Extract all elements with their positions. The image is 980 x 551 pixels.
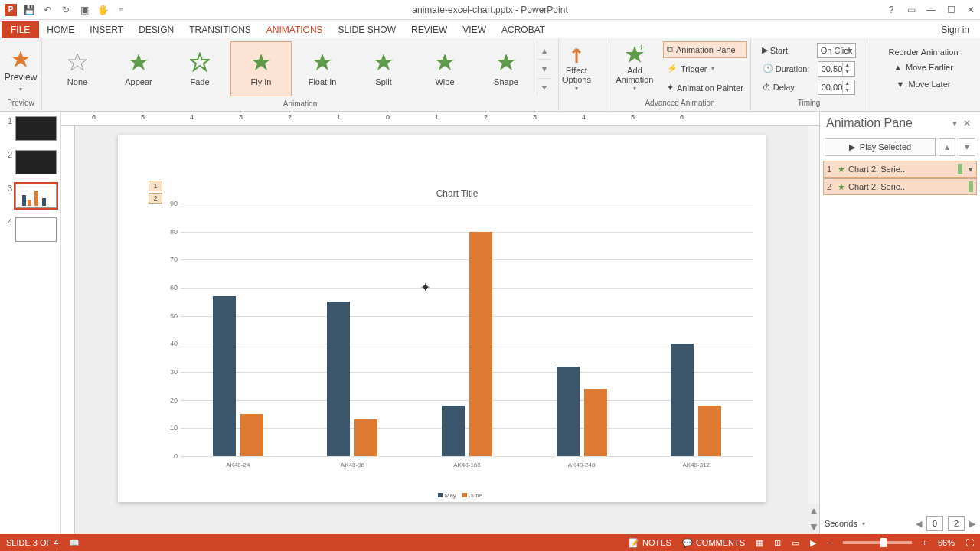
help-icon[interactable]: ? [885, 4, 897, 16]
sorter-view-icon[interactable]: ⊞ [774, 538, 781, 548]
maximize-icon[interactable]: ☐ [945, 4, 957, 16]
add-animation-label: Add Animation [616, 66, 654, 84]
tab-insert[interactable]: INSERT [82, 21, 131, 38]
normal-view-icon[interactable]: ▦ [756, 538, 763, 548]
redo-icon[interactable]: ↻ [60, 4, 72, 16]
zoom-slider[interactable] [843, 541, 912, 544]
move-later-button[interactable]: ▼Move Later [897, 77, 951, 92]
chart-bar[interactable] [671, 344, 694, 456]
slide-thumb-2[interactable] [15, 150, 57, 174]
play-selected-button[interactable]: ▶Play Selected [825, 138, 936, 156]
preview-button[interactable]: Preview ▾ [0, 44, 41, 93]
save-icon[interactable]: 💾 [23, 4, 35, 16]
gallery-down-icon[interactable]: ▾ [537, 60, 550, 78]
ribbon-display-icon[interactable]: ▭ [905, 4, 917, 16]
chart-bar[interactable] [469, 232, 492, 456]
prev-slide-icon[interactable]: ⯅ [808, 504, 819, 519]
touch-mode-icon[interactable]: 🖐 [96, 4, 109, 16]
spin-up-icon[interactable]: ▲ [842, 80, 851, 87]
chevron-down-icon[interactable]: ▾ [862, 520, 865, 527]
pane-close-icon[interactable]: ✕ [960, 118, 974, 129]
entrance-star-icon: ★ [838, 165, 845, 174]
add-animation-button[interactable]: + Add Animation ▾ [609, 40, 660, 97]
animation-list-item[interactable]: 1★Chart 2: Serie...▾ [823, 161, 977, 178]
minimize-icon[interactable]: — [925, 4, 937, 16]
chart-bar[interactable] [354, 419, 377, 456]
spin-up-icon[interactable]: ▲ [842, 62, 851, 69]
zoom-out-icon[interactable]: − [827, 538, 831, 547]
next-slide-icon[interactable]: ⯆ [808, 519, 819, 534]
pane-options-icon[interactable]: ▾ [949, 118, 960, 129]
slide-thumb-4[interactable] [15, 217, 57, 242]
delay-spinner[interactable]: 00.00▲▼ [818, 80, 856, 95]
tab-file[interactable]: FILE [2, 21, 39, 38]
tab-design[interactable]: DESIGN [131, 21, 181, 38]
tab-animations[interactable]: ANIMATIONS [259, 21, 331, 38]
animation-wipe[interactable]: Wipe [414, 41, 475, 96]
chart-bar[interactable] [698, 406, 721, 456]
chart-bar[interactable] [557, 367, 580, 456]
move-up-button[interactable]: ▴ [939, 138, 956, 156]
tab-home[interactable]: HOME [39, 21, 82, 38]
fit-to-window-icon[interactable]: ⛶ [965, 538, 974, 547]
spin-down-icon[interactable]: ▼ [842, 69, 851, 76]
timeline-prev-icon[interactable]: ◀ [916, 519, 922, 529]
animation-pane-button[interactable]: ⧉ Animation Pane [663, 41, 747, 58]
animation-shape[interactable]: Shape [475, 41, 537, 96]
gallery-more-icon[interactable]: ⏷ [537, 79, 550, 96]
effect-options-button[interactable]: Effect Options ▾ [559, 40, 594, 97]
gallery-up-icon[interactable]: ▴ [537, 41, 550, 60]
editor-vertical-scrollbar[interactable] [808, 126, 819, 504]
animation-split[interactable]: Split [353, 41, 414, 96]
animation-painter-button[interactable]: ✦ Animation Painter [663, 80, 747, 96]
chart-bar[interactable] [327, 302, 350, 456]
qat-customize-icon[interactable]: ≡ [115, 4, 127, 16]
reading-view-icon[interactable]: ▭ [792, 538, 799, 548]
chart-bar[interactable] [584, 389, 607, 456]
slideshow-view-icon[interactable]: ▶ [810, 538, 816, 548]
animation-fade[interactable]: Fade [169, 41, 230, 96]
tab-view[interactable]: VIEW [455, 21, 494, 38]
animation-fly-in[interactable]: Fly In [230, 41, 292, 96]
animation-float-in[interactable]: Float In [292, 41, 353, 96]
chart-bar[interactable] [442, 406, 465, 456]
start-from-beginning-icon[interactable]: ▣ [78, 4, 90, 16]
chart-bar[interactable] [240, 414, 263, 456]
close-icon[interactable]: ✕ [965, 4, 977, 16]
ribbon: Preview ▾ Preview None Appear Fade [0, 38, 980, 112]
wipe-star-icon [434, 51, 456, 73]
tab-slideshow[interactable]: SLIDE SHOW [331, 21, 403, 38]
group-timing: ▶Start: On Click 🕐Duration: 00.50▲▼ ⏱Del… [751, 38, 867, 111]
animation-list-item[interactable]: 2★Chart 2: Serie... [823, 178, 977, 195]
move-earlier-button[interactable]: ▲Move Earlier [893, 60, 953, 75]
entrance-star-icon: ★ [838, 182, 845, 192]
slide-thumb-3[interactable] [15, 184, 57, 208]
spin-down-icon[interactable]: ▼ [842, 87, 851, 94]
zoom-level[interactable]: 66% [938, 538, 955, 547]
chart-bar[interactable] [213, 296, 236, 456]
item-dropdown-icon[interactable]: ▾ [965, 165, 973, 174]
slide-counter[interactable]: SLIDE 3 OF 4 [6, 538, 58, 547]
move-down-button[interactable]: ▾ [959, 138, 975, 156]
animation-appear[interactable]: Appear [108, 41, 169, 96]
sign-in-link[interactable]: Sign in [930, 21, 980, 38]
comments-button[interactable]: 💬 COMMENTS [682, 538, 745, 548]
tab-transitions[interactable]: TRANSITIONS [181, 21, 259, 38]
start-combo[interactable]: On Click [817, 43, 857, 58]
animation-pane-label: Animation Pane [676, 45, 736, 54]
slide-canvas[interactable]: 1 2 Chart Title 0102030405060708090AK48-… [118, 135, 766, 502]
split-star-icon [373, 51, 394, 73]
slide-thumb-1[interactable] [15, 116, 57, 141]
notes-button[interactable]: 📝 NOTES [629, 538, 671, 548]
animation-none[interactable]: None [47, 41, 108, 96]
tab-review[interactable]: REVIEW [403, 21, 455, 38]
tab-acrobat[interactable]: ACROBAT [494, 21, 553, 38]
trigger-button[interactable]: ⚡ Trigger ▾ [663, 60, 747, 77]
zoom-in-icon[interactable]: + [923, 538, 927, 547]
duration-spinner[interactable]: 00.50▲▼ [818, 61, 856, 77]
timeline-next-icon[interactable]: ▶ [969, 519, 975, 529]
add-animation-icon: + [625, 44, 645, 64]
spellcheck-icon[interactable]: 📖 [69, 538, 80, 548]
chart-object[interactable]: Chart Title 0102030405060708090AK48-24AK… [161, 188, 753, 478]
undo-icon[interactable]: ↶ [41, 4, 54, 16]
